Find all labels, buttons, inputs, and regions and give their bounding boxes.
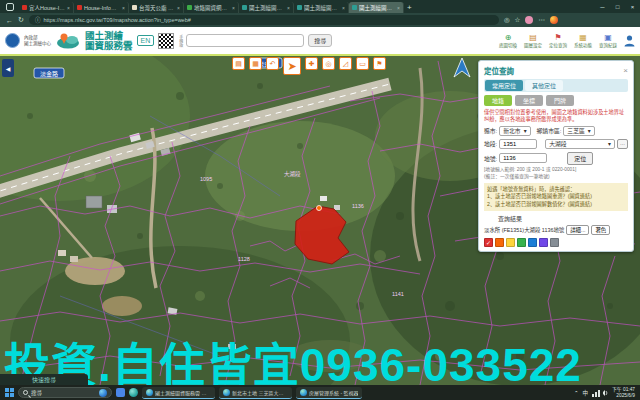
minimize-button[interactable]: ─: [595, 4, 610, 10]
site-search-button[interactable]: 搜尋: [308, 34, 332, 47]
nav-query-history[interactable]: ▣ 查詢紀錄: [599, 34, 617, 48]
browser-assistant-icon[interactable]: [550, 16, 558, 24]
browser-tab-5[interactable]: 國土測繪圖資服務雲 - 即... ×: [239, 2, 294, 13]
section-code-input[interactable]: [499, 139, 537, 149]
colorize-button[interactable]: 著色: [591, 225, 610, 235]
buffer-circle-icon[interactable]: ◎: [322, 57, 335, 70]
maximize-button[interactable]: □: [610, 4, 625, 10]
site-info-icon[interactable]: ⓘ: [35, 16, 41, 24]
user-icon[interactable]: [624, 35, 635, 47]
no-data-warning: 如遇「地號查無資料」時，請先確認： 1、該土地是否已辦竣地籍圖重測？(圖資連結)…: [484, 183, 628, 210]
swatch-yellow[interactable]: [506, 238, 515, 247]
back-icon[interactable]: ←: [6, 17, 13, 24]
previous-view-icon[interactable]: ↶: [266, 57, 279, 70]
section-more-button[interactable]: ⋯: [617, 139, 628, 149]
nav-basemap[interactable]: ⊕ 底圖切換: [499, 34, 517, 48]
close-tab-icon[interactable]: ×: [67, 5, 70, 11]
parcel-marker: [317, 206, 322, 211]
close-tab-icon[interactable]: ×: [342, 5, 345, 11]
panel-collapse-button[interactable]: ◀: [2, 59, 14, 77]
close-tab-icon[interactable]: ×: [177, 5, 180, 11]
browser-addressbar: ← ↻ ⓘ https://maps.nlsc.gov.tw/T09/mapsh…: [0, 13, 640, 27]
svg-text:1095: 1095: [200, 176, 212, 182]
new-tab-button[interactable]: +: [407, 3, 412, 12]
qr-code: [158, 33, 174, 49]
subtab-bar: 地籍 坐標 門牌: [484, 95, 628, 106]
browser-tab-3[interactable]: 台灣天公廟 - 首頁 ×: [129, 2, 184, 13]
town-select[interactable]: 三芝區▾: [563, 126, 594, 136]
browser-tab-6[interactable]: 國土測繪圖資服務雲 ×: [294, 2, 349, 13]
tab-strip-icon[interactable]: [6, 3, 14, 11]
locate-button[interactable]: 定位: [567, 152, 593, 165]
refresh-icon[interactable]: ↻: [18, 16, 24, 24]
edge-icon: [146, 389, 153, 396]
marker-icon[interactable]: ⚑: [373, 57, 386, 70]
county-label: 縣市:: [484, 126, 497, 135]
pinned-app-icon[interactable]: [129, 388, 138, 397]
parcel-number-input[interactable]: [499, 153, 547, 163]
nav-system-functions[interactable]: ▦ 系統功能: [574, 34, 592, 48]
detail-button[interactable]: 詳細...: [566, 225, 589, 235]
browser-tab-2[interactable]: House-Info房屋資訊網 首... ×: [74, 2, 129, 13]
clear-icon[interactable]: ▦: [249, 57, 262, 70]
start-button[interactable]: [5, 388, 14, 397]
measure-icon[interactable]: ◿: [339, 57, 352, 70]
swatch-gray[interactable]: [550, 238, 559, 247]
browser-tab-7-active[interactable]: 國土測繪圖資服務雲 ×: [349, 2, 404, 13]
svg-text:淡金路: 淡金路: [40, 70, 58, 78]
favicon: [77, 5, 82, 10]
close-tab-icon[interactable]: ×: [287, 5, 290, 11]
nav-layers[interactable]: ▤ 圖層設定: [524, 34, 542, 48]
subtab-cadastre[interactable]: 地籍: [484, 95, 512, 106]
browser-tabstrip: 宜人House-Info房屋網--... × House-Info房屋資訊網 首…: [0, 0, 640, 13]
qr-caption: 手機版: [178, 35, 182, 47]
ime-indicator[interactable]: 中: [583, 389, 589, 397]
tray-chevron-icon[interactable]: ⌃: [574, 390, 579, 396]
county-select[interactable]: 新北市▾: [499, 126, 530, 136]
clock[interactable]: 下午 01:47 2025/6/9: [612, 387, 635, 399]
tab-common-locate[interactable]: 常用定位: [485, 80, 523, 91]
basemap-icon[interactable]: ▤: [232, 57, 245, 70]
network-volume-icon[interactable]: [592, 389, 608, 397]
warning-link-1[interactable]: 1、該土地是否已辦竣地籍圖重測？(圖資連結): [487, 193, 625, 200]
taskbar-search[interactable]: 搜尋: [18, 387, 112, 398]
swatch-blue[interactable]: [528, 238, 537, 247]
section-name-select[interactable]: 大湖段▾: [545, 139, 615, 149]
favicon: [132, 5, 137, 10]
flag-icon: ⚑: [554, 34, 561, 42]
close-tab-icon[interactable]: ×: [397, 5, 400, 11]
favorite-star-icon[interactable]: ☆: [515, 16, 521, 24]
more-menu-icon[interactable]: ⋯: [538, 16, 545, 24]
taskbar-window-3[interactable]: 房屋管理系統 - 監視器: [296, 387, 362, 399]
close-icon[interactable]: ×: [623, 66, 628, 75]
close-tab-icon[interactable]: ×: [122, 5, 125, 11]
pan-arrow-icon[interactable]: ➤: [283, 57, 301, 75]
profile-avatar[interactable]: [525, 16, 533, 24]
favicon: [22, 5, 27, 10]
reading-mode-icon[interactable]: ◎: [504, 16, 510, 24]
taskbar-window-2[interactable]: 新北市土地 三芝區大湖段...: [219, 387, 292, 399]
pinned-app-icon[interactable]: [116, 388, 125, 397]
nav-locate-query[interactable]: ⚑ 定位查詢: [549, 34, 567, 48]
search-icon: [23, 390, 28, 395]
browser-tab-1[interactable]: 宜人House-Info房屋網--... ×: [19, 2, 74, 13]
move-map-icon[interactable]: ✚: [305, 57, 318, 70]
subtab-address[interactable]: 門牌: [546, 95, 574, 106]
zoom-window-icon[interactable]: ▭: [356, 57, 369, 70]
subtab-coordinate[interactable]: 坐標: [515, 95, 543, 106]
url-field[interactable]: ⓘ https://maps.nlsc.gov.tw/T09/mapshow.a…: [29, 15, 499, 25]
swatch-orange[interactable]: [495, 238, 504, 247]
browser-tab-4[interactable]: 地籍圖資網路便民服務系統 ×: [184, 2, 239, 13]
swatch-green[interactable]: [517, 238, 526, 247]
language-en-button[interactable]: EN: [137, 35, 155, 46]
warning-link-2[interactable]: 2、該土地是否已辦竣圖解數值化？(圖資連結): [487, 201, 625, 208]
close-window-button[interactable]: ×: [625, 4, 640, 10]
close-tab-icon[interactable]: ×: [232, 5, 235, 11]
tab-other-locate[interactable]: 其他定位: [525, 80, 563, 91]
site-search-input[interactable]: [186, 34, 304, 47]
taskbar-window-1[interactable]: 國土測繪圖資服務雲 和3...: [142, 387, 215, 399]
swatch-red[interactable]: ✓: [484, 238, 493, 247]
quick-search-chip[interactable]: 快速搜尋: [0, 374, 88, 385]
chevron-down-icon: ▾: [588, 128, 591, 134]
swatch-purple[interactable]: [539, 238, 548, 247]
